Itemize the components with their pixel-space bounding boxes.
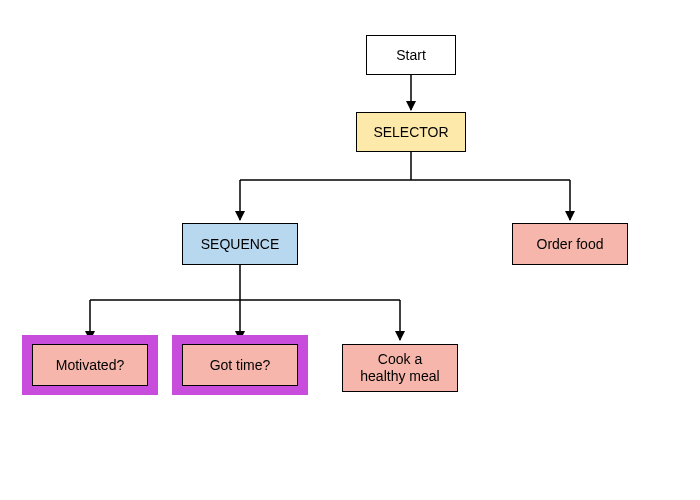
node-cook-label: Cook a healthy meal bbox=[360, 351, 439, 385]
node-motivated-label: Motivated? bbox=[56, 357, 124, 374]
node-order-food-label: Order food bbox=[537, 236, 604, 253]
node-motivated: Motivated? bbox=[32, 344, 148, 386]
node-sequence: SEQUENCE bbox=[182, 223, 298, 265]
node-order-food: Order food bbox=[512, 223, 628, 265]
node-sequence-label: SEQUENCE bbox=[201, 236, 280, 253]
node-got-time-label: Got time? bbox=[210, 357, 271, 374]
node-start-label: Start bbox=[396, 47, 426, 64]
node-got-time: Got time? bbox=[182, 344, 298, 386]
node-cook: Cook a healthy meal bbox=[342, 344, 458, 392]
node-selector: SELECTOR bbox=[356, 112, 466, 152]
node-start: Start bbox=[366, 35, 456, 75]
node-selector-label: SELECTOR bbox=[373, 124, 448, 141]
